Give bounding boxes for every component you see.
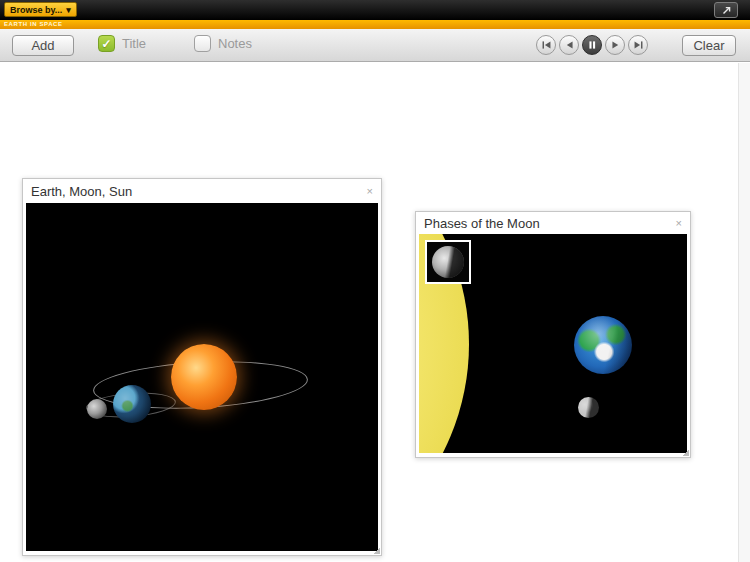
notes-checkbox[interactable]: [194, 35, 211, 52]
moon-phase-thumbnail[interactable]: [425, 240, 471, 284]
notes-checkbox-group: Notes: [194, 35, 252, 52]
phases-canvas[interactable]: [419, 234, 687, 453]
close-icon[interactable]: ×: [676, 218, 682, 229]
workspace: Earth, Moon, Sun × Phases of the Moon ×: [0, 63, 750, 562]
panel-phases-of-moon[interactable]: Phases of the Moon ×: [415, 211, 691, 458]
chevron-down-icon: ▾: [66, 5, 71, 15]
moon-phase-image: [432, 246, 464, 278]
panel-earth-moon-sun[interactable]: Earth, Moon, Sun ×: [22, 178, 382, 556]
earth-sphere[interactable]: [113, 385, 151, 423]
window-top-bar: Browse by... ▾: [0, 0, 750, 20]
close-icon[interactable]: ×: [367, 186, 373, 197]
step-back-button[interactable]: [559, 35, 579, 55]
open-external-button[interactable]: [714, 2, 738, 18]
toolbar: Add Title Notes: [0, 29, 750, 62]
step-back-icon: [565, 40, 574, 50]
title-checkbox[interactable]: [98, 35, 115, 52]
browse-by-button[interactable]: Browse by... ▾: [4, 2, 77, 17]
playback-controls: [536, 35, 648, 55]
step-forward-icon: [611, 40, 620, 50]
title-checkbox-group: Title: [98, 35, 146, 52]
panel-title-bar[interactable]: Earth, Moon, Sun ×: [23, 179, 381, 203]
scroll-gutter[interactable]: [738, 63, 750, 562]
skip-start-icon: [542, 40, 551, 50]
skip-end-button[interactable]: [628, 35, 648, 55]
moon-sphere[interactable]: [87, 399, 107, 419]
share-arrow-icon: [721, 5, 732, 16]
earth-moon-sun-canvas[interactable]: [26, 203, 378, 551]
step-forward-button[interactable]: [605, 35, 625, 55]
title-checkbox-label: Title: [122, 36, 146, 51]
section-label: EARTH IN SPACE: [0, 20, 750, 29]
earth-sphere[interactable]: [574, 316, 632, 374]
panel-title-bar[interactable]: Phases of the Moon ×: [416, 212, 690, 234]
clear-button[interactable]: Clear: [682, 35, 736, 56]
browse-by-label: Browse by...: [10, 5, 62, 15]
add-button[interactable]: Add: [12, 35, 74, 56]
skip-start-button[interactable]: [536, 35, 556, 55]
pause-icon: [588, 40, 597, 50]
pause-button[interactable]: [582, 35, 602, 55]
sun-sphere[interactable]: [171, 344, 237, 410]
moon-sphere[interactable]: [578, 397, 599, 418]
skip-end-icon: [634, 40, 643, 50]
resize-handle[interactable]: [373, 547, 380, 554]
panel-title-text: Phases of the Moon: [424, 216, 540, 231]
notes-checkbox-label: Notes: [218, 36, 252, 51]
resize-handle[interactable]: [682, 449, 689, 456]
section-strip: EARTH IN SPACE: [0, 20, 750, 29]
panel-title-text: Earth, Moon, Sun: [31, 184, 132, 199]
